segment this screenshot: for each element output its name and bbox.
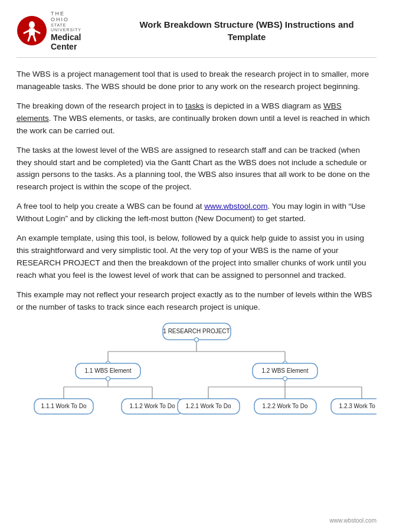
para1-text: The WBS is a project management tool tha… xyxy=(17,70,369,91)
wbs-n111-label: 1.1.1 Work To Do xyxy=(41,402,87,409)
svg-point-26 xyxy=(106,376,110,380)
body-content: The WBS is a project management tool tha… xyxy=(17,68,376,314)
wbs-n11-label: 1.1 WBS Element xyxy=(85,367,132,373)
logo-text: THE OHIO STATE UNIVERSITY Medical Center xyxy=(51,11,81,51)
para2-text-mid: is depicted in a WBS diagram as xyxy=(204,101,323,110)
logo-ohio-state: OHIO xyxy=(51,17,81,22)
footer-text: www.wbstool.com xyxy=(330,517,376,524)
paragraph-6: This example may not reflect your resear… xyxy=(17,289,376,314)
wbs-n12-label: 1.2 WBS Element xyxy=(262,367,309,373)
header: THE OHIO STATE UNIVERSITY Medical Center… xyxy=(17,11,376,58)
logo-state2: STATE xyxy=(51,23,81,28)
svg-point-27 xyxy=(283,376,287,380)
logo-university: UNIVERSITY xyxy=(51,28,81,32)
para2-text-after: . The WBS elements, or tasks, are contin… xyxy=(17,114,370,135)
footer: www.wbstool.com xyxy=(330,517,376,524)
wbs-n123-label: 1.2.3 Work To Do xyxy=(339,402,376,409)
page: THE OHIO STATE UNIVERSITY Medical Center… xyxy=(0,0,393,532)
para4-text-before: A free tool to help you create a WBS can… xyxy=(17,202,204,211)
svg-point-1 xyxy=(29,21,35,28)
paragraph-3: The tasks at the lowest level of the WBS… xyxy=(17,145,376,194)
wbs-root-label: 1 RESEARCH PROJECT xyxy=(163,327,230,334)
wbs-svg: 1 RESEARCH PROJECT 1.1 WBS Element 1.2 W… xyxy=(17,321,376,424)
logo-center: Center xyxy=(51,42,81,51)
para2-text-before: The breaking down of the research projec… xyxy=(17,101,185,110)
wbs-diagram: 1 RESEARCH PROJECT 1.1 WBS Element 1.2 W… xyxy=(17,321,376,424)
title-line2: Template xyxy=(228,32,266,42)
paragraph-1: The WBS is a project management tool tha… xyxy=(17,68,376,93)
wbs-n121-label: 1.2.1 Work To Do xyxy=(186,402,231,409)
paragraph-5: An example template, using this tool, is… xyxy=(17,232,376,282)
paragraph-2: The breaking down of the research projec… xyxy=(17,100,376,137)
logo-medical: Medical xyxy=(51,32,81,42)
para3-text: The tasks at the lowest level of the WBS… xyxy=(17,146,370,192)
para5-text: An example template, using this tool, is… xyxy=(17,234,366,280)
logo-area: THE OHIO STATE UNIVERSITY Medical Center xyxy=(17,11,111,51)
para6-text: This example may not reflect your resear… xyxy=(17,290,372,311)
svg-rect-2 xyxy=(29,28,35,35)
para2-tasks: tasks xyxy=(185,101,204,110)
title-line1: Work Breakdown Structure (WBS) Instructi… xyxy=(139,19,353,29)
wbstool-link[interactable]: www.wbstool.com xyxy=(204,202,267,211)
page-title: Work Breakdown Structure (WBS) Instructi… xyxy=(111,18,376,43)
wbs-n122-label: 1.2.2 Work To Do xyxy=(263,402,308,409)
paragraph-4: A free tool to help you create a WBS can… xyxy=(17,201,376,225)
wbs-n112-label: 1.1.2 Work To Do xyxy=(130,402,175,409)
svg-point-21 xyxy=(195,337,199,341)
osu-logo-icon xyxy=(17,15,47,46)
logo-the: THE xyxy=(51,11,81,17)
